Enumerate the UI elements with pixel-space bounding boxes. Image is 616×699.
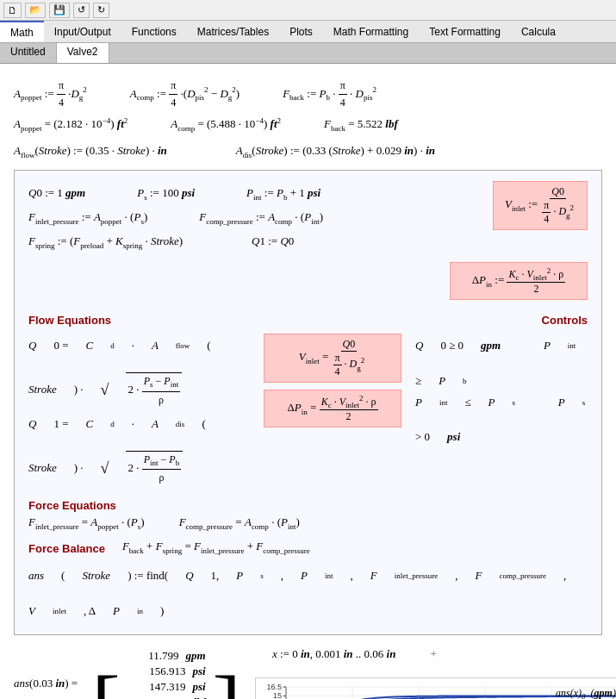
force-balance-eq: Fback + Fspring = Finlet_pressure + Fcom… <box>122 540 310 555</box>
new-button[interactable]: 🗋 <box>3 3 22 18</box>
controls: Q0 ≥ 0 gpm Pint ≥ Pb Pint ≤ Ps Ps > 0 ps… <box>415 334 588 450</box>
menubar: Math Input/Output Functions Matrices/Tab… <box>0 21 616 43</box>
eq-apoppet-val: Apoppet = (2.182 · 10−4) ft2 <box>14 115 128 134</box>
menu-text-formatting[interactable]: Text Formatting <box>419 21 511 42</box>
flow-boxes: Vinlet = Q0 π 4 · Dg2 ΔPin = <box>264 334 401 428</box>
tabs: Untitled Valve2 <box>0 43 616 64</box>
menu-functions[interactable]: Functions <box>121 21 187 42</box>
given-Ps: Ps := 100 psi <box>137 184 195 203</box>
matrix-right-bracket: ] <box>213 668 241 699</box>
deltaP-eq-box: ΔPin = Kc · Vinlet2 · ρ 2 <box>264 390 401 428</box>
force-eq1: Finlet_pressure = Apoppet · (Ps) <box>28 515 145 531</box>
deltaP-box: ΔPin := Kc · Vinlet2 · ρ 2 <box>450 262 588 300</box>
flow-eq2: Q1 = Cd · Adis(Stroke) · √ 2 · Pint − Pb… <box>28 415 241 487</box>
matrix-display: [ 11.799 gpm 156.913 psi 147.319 psi <box>91 642 241 699</box>
range-def: x := 0 in, 0.001 in .. 0.06 in + <box>255 646 616 664</box>
tab-valve2[interactable]: Valve2 <box>57 43 109 63</box>
matrix-row-1: 156.913 psi <box>127 665 205 678</box>
menu-input-output[interactable]: Input/Output <box>44 21 121 42</box>
vinlet-eq-box: Vinlet = Q0 π 4 · Dg2 <box>264 334 401 383</box>
chart-legend: ans(x)0 (gpm) <box>556 687 616 699</box>
matrix-row-0: 11.799 gpm <box>127 649 205 663</box>
save-button[interactable]: 💾 <box>49 3 70 18</box>
given-Q0: Q0 := 1 gpm <box>28 184 85 203</box>
given-Q1: Q1 := Q0 <box>252 233 294 251</box>
undo-button[interactable]: ↺ <box>73 3 90 18</box>
eq-acomp-def: Acomp := π4 ·(Dpis2 − Dg2) <box>130 78 240 111</box>
solve-block: Q0 := 1 gpm Ps := 100 psi Pint := Pb + 1… <box>14 170 602 635</box>
chart-container: ans(x)0 (gpm) <box>255 677 616 699</box>
results-area: ans(0.03 in) = [ 11.799 gpm 156.913 psi … <box>14 642 602 699</box>
force-balance-header: Force Balance <box>28 542 105 555</box>
eq-aflow-def: Aflow(Stroke) := (0.35 · Stroke) · in <box>14 142 167 161</box>
flow-eq1: Q0 = Cd · Aflow(Stroke) · √ 2 · Ps − Pin… <box>28 337 241 409</box>
solve-givens: Q0 := 1 gpm Ps := 100 psi Pint := Pb + 1… <box>28 181 323 255</box>
redo-button[interactable]: ↻ <box>93 3 109 18</box>
eq-acomp-val: Acomp = (5.488 · 10−4) ft2 <box>171 115 281 134</box>
eq-apoppet-def: Apoppet := π4 ·Dg2 <box>14 78 87 111</box>
menu-matrices[interactable]: Matrices/Tables <box>187 21 279 42</box>
vinlet-box: Vinlet := Q0 π 4 · Dg2 <box>493 181 588 230</box>
given-Pint: Pint := Pb + 1 psi <box>246 184 320 203</box>
matrix-row-3: 4.93 lbf <box>127 696 205 699</box>
given-Fcomp: Fcomp_pressure := Acomp · (Pint) <box>199 209 323 228</box>
flow-eq-header: Flow Equations <box>28 314 111 327</box>
eq-fback-val: Fback = 5.522 lbf <box>324 115 398 134</box>
menu-math-formatting[interactable]: Math Formatting <box>323 21 419 42</box>
eq-row-3: Aflow(Stroke) := (0.35 · Stroke) · in Ad… <box>14 142 602 161</box>
menu-calcula[interactable]: Calcula <box>511 21 566 42</box>
given-Finlet: Finlet_pressure := Apoppet · (Ps) <box>28 209 147 228</box>
open-button[interactable]: 📂 <box>25 3 46 18</box>
matrix-left-bracket: [ <box>91 668 120 699</box>
force-eq2: Fcomp_pressure = Acomp · (Pint) <box>179 515 300 531</box>
main-content: Apoppet := π4 ·Dg2 Acomp := π4 ·(Dpis2 −… <box>0 64 616 699</box>
flow-equations: Q0 = Cd · Aflow(Stroke) · √ 2 · Ps − Pin… <box>28 334 241 490</box>
eq-row-2: Apoppet = (2.182 · 10−4) ft2 Acomp = (5.… <box>14 115 602 134</box>
menu-math[interactable]: Math <box>0 21 44 42</box>
chart-area: x := 0 in, 0.001 in .. 0.06 in + ans(x)0… <box>255 642 616 699</box>
ans-label: ans(0.03 in) = <box>14 642 78 690</box>
tab-untitled[interactable]: Untitled <box>0 43 57 63</box>
ans-def: ans(Stroke) := find(Q1, Ps, Pint, Finlet… <box>28 567 588 621</box>
control-2: Pint ≤ Ps Ps > 0 psi <box>415 394 588 447</box>
menu-plots[interactable]: Plots <box>279 21 323 42</box>
ans-result: ans(0.03 in) = <box>14 642 78 690</box>
control-1: Q0 ≥ 0 gpm Pint ≥ Pb <box>415 337 588 390</box>
eq-fback-def: Fback := Pb · π4 · Dpis2 <box>283 78 376 111</box>
given-Fspring: Fspring := (Fpreload + Kspring · Stroke) <box>28 233 183 252</box>
controls-header: Controls <box>542 314 588 327</box>
eq-row-1: Apoppet := π4 ·Dg2 Acomp := π4 ·(Dpis2 −… <box>14 78 602 111</box>
eq-adis-def: Adis(Stroke) := (0.33 (Stroke) + 0.029 i… <box>236 142 435 161</box>
matrix-values: 11.799 gpm 156.913 psi 147.319 psi 4.93 … <box>127 649 205 699</box>
force-eq-header: Force Equations <box>28 499 588 512</box>
toolbar: 🗋 📂 💾 ↺ ↻ <box>0 0 616 21</box>
matrix-row-2: 147.319 psi <box>127 680 205 694</box>
